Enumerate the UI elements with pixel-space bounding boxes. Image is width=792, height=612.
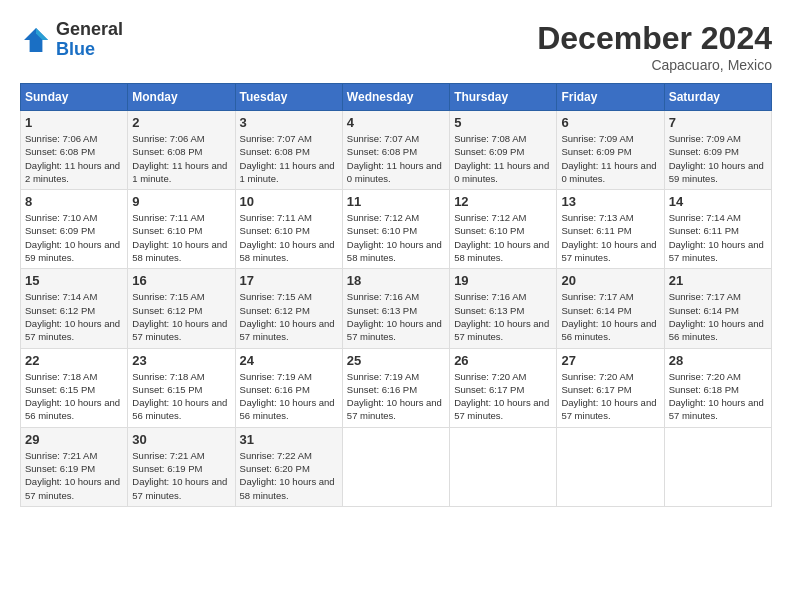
daylight-label: Daylight: 10 hours and 58 minutes. [347,239,442,263]
daylight-label: Daylight: 10 hours and 57 minutes. [561,239,656,263]
day-number: 25 [347,353,445,368]
calendar-cell: 13 Sunrise: 7:13 AM Sunset: 6:11 PM Dayl… [557,190,664,269]
col-monday: Monday [128,84,235,111]
sunrise-label: Sunrise: 7:08 AM [454,133,526,144]
day-info: Sunrise: 7:17 AM Sunset: 6:14 PM Dayligh… [669,290,767,343]
daylight-label: Daylight: 10 hours and 58 minutes. [454,239,549,263]
calendar-cell: 20 Sunrise: 7:17 AM Sunset: 6:14 PM Dayl… [557,269,664,348]
day-number: 11 [347,194,445,209]
sunrise-label: Sunrise: 7:09 AM [561,133,633,144]
logo-icon [20,24,52,56]
day-info: Sunrise: 7:14 AM Sunset: 6:12 PM Dayligh… [25,290,123,343]
daylight-label: Daylight: 10 hours and 57 minutes. [132,318,227,342]
daylight-label: Daylight: 10 hours and 58 minutes. [240,476,335,500]
day-info: Sunrise: 7:09 AM Sunset: 6:09 PM Dayligh… [561,132,659,185]
col-saturday: Saturday [664,84,771,111]
sunset-label: Sunset: 6:14 PM [669,305,739,316]
daylight-label: Daylight: 10 hours and 56 minutes. [132,397,227,421]
day-number: 26 [454,353,552,368]
daylight-label: Daylight: 10 hours and 57 minutes. [669,397,764,421]
day-info: Sunrise: 7:21 AM Sunset: 6:19 PM Dayligh… [132,449,230,502]
calendar-cell [342,427,449,506]
day-info: Sunrise: 7:14 AM Sunset: 6:11 PM Dayligh… [669,211,767,264]
day-info: Sunrise: 7:22 AM Sunset: 6:20 PM Dayligh… [240,449,338,502]
sunset-label: Sunset: 6:11 PM [669,225,739,236]
calendar-cell: 12 Sunrise: 7:12 AM Sunset: 6:10 PM Dayl… [450,190,557,269]
daylight-label: Daylight: 11 hours and 1 minute. [132,160,227,184]
sunset-label: Sunset: 6:17 PM [561,384,631,395]
sunrise-label: Sunrise: 7:15 AM [132,291,204,302]
sunrise-label: Sunrise: 7:14 AM [669,212,741,223]
daylight-label: Daylight: 10 hours and 57 minutes. [454,397,549,421]
day-number: 24 [240,353,338,368]
calendar-table: Sunday Monday Tuesday Wednesday Thursday… [20,83,772,507]
sunrise-label: Sunrise: 7:09 AM [669,133,741,144]
sunrise-label: Sunrise: 7:21 AM [132,450,204,461]
day-number: 23 [132,353,230,368]
sunrise-label: Sunrise: 7:07 AM [347,133,419,144]
day-number: 7 [669,115,767,130]
sunrise-label: Sunrise: 7:14 AM [25,291,97,302]
sunrise-label: Sunrise: 7:18 AM [25,371,97,382]
sunset-label: Sunset: 6:13 PM [347,305,417,316]
day-info: Sunrise: 7:06 AM Sunset: 6:08 PM Dayligh… [25,132,123,185]
daylight-label: Daylight: 10 hours and 57 minutes. [669,239,764,263]
sunrise-label: Sunrise: 7:20 AM [454,371,526,382]
sunrise-label: Sunrise: 7:12 AM [347,212,419,223]
calendar-header-row: Sunday Monday Tuesday Wednesday Thursday… [21,84,772,111]
calendar-cell: 25 Sunrise: 7:19 AM Sunset: 6:16 PM Dayl… [342,348,449,427]
calendar-cell: 10 Sunrise: 7:11 AM Sunset: 6:10 PM Dayl… [235,190,342,269]
day-info: Sunrise: 7:21 AM Sunset: 6:19 PM Dayligh… [25,449,123,502]
calendar-cell [664,427,771,506]
sunrise-label: Sunrise: 7:17 AM [561,291,633,302]
sunset-label: Sunset: 6:09 PM [669,146,739,157]
calendar-cell: 4 Sunrise: 7:07 AM Sunset: 6:08 PM Dayli… [342,111,449,190]
day-number: 6 [561,115,659,130]
sunrise-label: Sunrise: 7:17 AM [669,291,741,302]
sunset-label: Sunset: 6:20 PM [240,463,310,474]
day-number: 20 [561,273,659,288]
daylight-label: Daylight: 11 hours and 0 minutes. [454,160,549,184]
day-number: 10 [240,194,338,209]
calendar-cell: 17 Sunrise: 7:15 AM Sunset: 6:12 PM Dayl… [235,269,342,348]
day-number: 14 [669,194,767,209]
calendar-cell: 26 Sunrise: 7:20 AM Sunset: 6:17 PM Dayl… [450,348,557,427]
sunset-label: Sunset: 6:08 PM [240,146,310,157]
calendar-title: December 2024 [537,20,772,57]
day-info: Sunrise: 7:09 AM Sunset: 6:09 PM Dayligh… [669,132,767,185]
day-number: 13 [561,194,659,209]
day-info: Sunrise: 7:19 AM Sunset: 6:16 PM Dayligh… [240,370,338,423]
calendar-cell: 22 Sunrise: 7:18 AM Sunset: 6:15 PM Dayl… [21,348,128,427]
daylight-label: Daylight: 10 hours and 59 minutes. [25,239,120,263]
day-info: Sunrise: 7:15 AM Sunset: 6:12 PM Dayligh… [132,290,230,343]
day-number: 2 [132,115,230,130]
day-info: Sunrise: 7:16 AM Sunset: 6:13 PM Dayligh… [347,290,445,343]
day-info: Sunrise: 7:15 AM Sunset: 6:12 PM Dayligh… [240,290,338,343]
sunset-label: Sunset: 6:18 PM [669,384,739,395]
day-info: Sunrise: 7:07 AM Sunset: 6:08 PM Dayligh… [240,132,338,185]
sunset-label: Sunset: 6:13 PM [454,305,524,316]
sunset-label: Sunset: 6:08 PM [132,146,202,157]
calendar-cell: 11 Sunrise: 7:12 AM Sunset: 6:10 PM Dayl… [342,190,449,269]
day-info: Sunrise: 7:20 AM Sunset: 6:17 PM Dayligh… [561,370,659,423]
sunrise-label: Sunrise: 7:06 AM [132,133,204,144]
sunrise-label: Sunrise: 7:11 AM [132,212,204,223]
sunrise-label: Sunrise: 7:20 AM [561,371,633,382]
day-number: 3 [240,115,338,130]
calendar-cell: 21 Sunrise: 7:17 AM Sunset: 6:14 PM Dayl… [664,269,771,348]
calendar-week-row: 22 Sunrise: 7:18 AM Sunset: 6:15 PM Dayl… [21,348,772,427]
day-info: Sunrise: 7:08 AM Sunset: 6:09 PM Dayligh… [454,132,552,185]
sunrise-label: Sunrise: 7:15 AM [240,291,312,302]
daylight-label: Daylight: 10 hours and 59 minutes. [669,160,764,184]
day-info: Sunrise: 7:12 AM Sunset: 6:10 PM Dayligh… [347,211,445,264]
day-info: Sunrise: 7:13 AM Sunset: 6:11 PM Dayligh… [561,211,659,264]
sunset-label: Sunset: 6:15 PM [132,384,202,395]
sunset-label: Sunset: 6:17 PM [454,384,524,395]
day-number: 28 [669,353,767,368]
sunset-label: Sunset: 6:10 PM [454,225,524,236]
sunset-label: Sunset: 6:09 PM [454,146,524,157]
sunset-label: Sunset: 6:10 PM [347,225,417,236]
sunrise-label: Sunrise: 7:16 AM [454,291,526,302]
day-info: Sunrise: 7:20 AM Sunset: 6:17 PM Dayligh… [454,370,552,423]
sunrise-label: Sunrise: 7:18 AM [132,371,204,382]
